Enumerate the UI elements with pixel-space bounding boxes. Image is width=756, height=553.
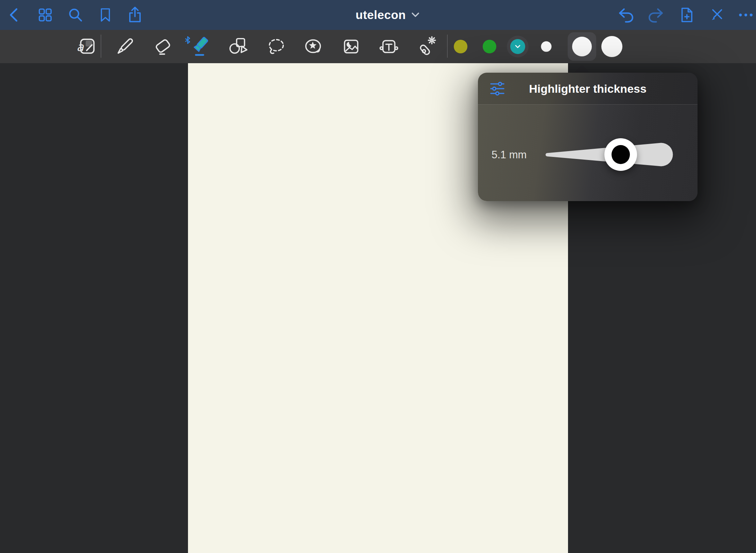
redo-button[interactable] <box>647 6 664 23</box>
search-icon <box>67 7 84 23</box>
tool-eraser[interactable] <box>152 36 173 57</box>
undo-icon <box>618 6 635 23</box>
page-thumbnails-button[interactable] <box>37 7 53 23</box>
tool-bar: a <box>0 30 756 63</box>
image-icon <box>341 36 362 57</box>
add-page-icon <box>678 6 695 23</box>
grid-icon <box>37 7 53 23</box>
eraser-icon <box>152 36 173 57</box>
teal-swatch-fill <box>510 39 525 54</box>
pen-off-button[interactable] <box>709 7 725 23</box>
text-icon <box>378 36 400 57</box>
color-swatch-olive[interactable] <box>454 40 467 53</box>
title-group[interactable]: utelecon <box>356 8 419 22</box>
thickness-preset-thick[interactable] <box>601 36 622 57</box>
tool-image[interactable] <box>341 36 362 57</box>
search-button[interactable] <box>67 7 84 23</box>
nav-bar: utelecon <box>0 0 756 30</box>
thickness-value: 5.1 mm <box>492 149 527 161</box>
document-title: utelecon <box>356 8 406 22</box>
share-button[interactable] <box>127 7 143 23</box>
zoom-window-icon: a <box>76 36 97 57</box>
undo-button[interactable] <box>618 6 635 23</box>
color-swatch-teal-selected[interactable] <box>507 36 529 57</box>
thickness-preset-medium-selected[interactable] <box>568 32 596 61</box>
ellipsis-icon <box>738 7 754 23</box>
popover-title: Highlighter thickness <box>478 73 698 105</box>
back-button[interactable] <box>7 7 22 23</box>
share-icon <box>127 7 143 23</box>
redo-icon <box>647 6 664 23</box>
tool-pen[interactable] <box>114 36 135 57</box>
tool-highlighter[interactable] <box>190 36 211 57</box>
color-swatch-green[interactable] <box>483 40 496 53</box>
tool-pointer[interactable] <box>416 36 437 57</box>
tool-text[interactable] <box>378 36 400 57</box>
sliders-icon <box>489 81 505 96</box>
bluetooth-icon <box>185 36 191 44</box>
svg-text:a: a <box>76 40 84 54</box>
tool-lasso[interactable] <box>265 36 287 57</box>
tool-elements[interactable] <box>303 36 324 57</box>
slider-knob-center <box>612 145 630 164</box>
goodnotes-document-view: { "nav": { "title": "utelecon", "left_ic… <box>0 0 756 553</box>
laser-pointer-icon <box>416 36 437 57</box>
highlighter-icon <box>190 36 211 57</box>
bookmark-button[interactable] <box>98 7 113 23</box>
thickness-preset-thin[interactable] <box>541 41 552 52</box>
pen-crossed-icon <box>709 7 725 23</box>
toolbar-separator <box>447 35 448 58</box>
back-chevron-icon <box>7 7 22 23</box>
add-page-button[interactable] <box>678 6 695 23</box>
thickness-dot <box>572 37 592 56</box>
sticker-star-icon <box>303 36 324 57</box>
tool-shapes[interactable] <box>227 36 248 57</box>
lasso-icon <box>265 36 287 57</box>
toolbar-separator <box>101 35 101 58</box>
pen-icon <box>114 36 135 57</box>
highlighter-thickness-popover: Highlighter thickness 5.1 mm <box>478 73 698 201</box>
more-button[interactable] <box>738 7 754 23</box>
slider-knob[interactable] <box>604 138 637 171</box>
shapes-icon <box>227 36 248 57</box>
bookmark-icon <box>98 7 113 23</box>
chevron-down-icon <box>515 45 520 49</box>
title-chevron-down-icon <box>411 12 419 18</box>
tool-zoom-window[interactable]: a <box>76 36 97 57</box>
